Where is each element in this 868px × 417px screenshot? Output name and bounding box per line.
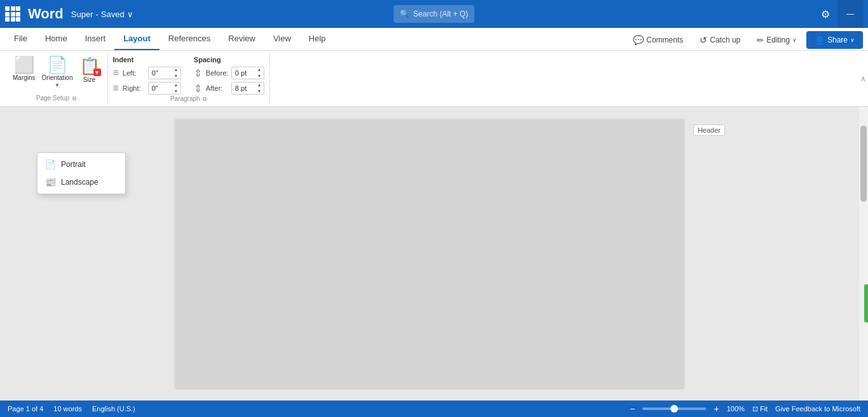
document-page: Header	[175, 119, 684, 388]
size-button[interactable]: 📋 ▼ Size	[77, 55, 102, 95]
vertical-scrollbar[interactable]	[859, 107, 868, 400]
spacing-after-spinner[interactable]: ▲ ▼	[256, 82, 262, 95]
feedback-label[interactable]: Give Feedback to Microsoft	[775, 405, 860, 413]
tab-layout[interactable]: Layout	[114, 27, 159, 50]
spacing-after-up[interactable]: ▲	[256, 82, 262, 88]
comments-button[interactable]: 💬 Comments	[626, 31, 690, 49]
catchup-label: Catch up	[710, 36, 740, 44]
page-setup-label: Page Setup ⧉	[10, 95, 102, 103]
margins-label: Margins	[13, 74, 36, 81]
page-setup-dialog-icon[interactable]: ⧉	[72, 95, 76, 102]
title-bar-right: ⚙ —	[818, 0, 863, 28]
size-dropdown-icon[interactable]: ▼	[93, 69, 101, 76]
spacing-before-icon: ⇕	[194, 67, 202, 79]
spacing-after-icon: ⇕	[194, 83, 202, 95]
size-label: Size	[83, 76, 95, 83]
document-area: Header	[0, 107, 859, 400]
zoom-track[interactable]	[642, 407, 706, 410]
doc-name: Super	[71, 10, 93, 19]
status-bar-right: − + 100% ⊡ Fit Give Feedback to Microsof…	[630, 404, 860, 414]
indent-right-row: ≡ Right: 0" ▲ ▼	[113, 81, 181, 95]
share-chevron-icon: ∨	[850, 37, 855, 43]
catchup-icon: ↺	[700, 35, 707, 45]
share-button[interactable]: 👤 Share ∨	[806, 31, 863, 49]
indent-right-up[interactable]: ▲	[173, 82, 179, 88]
page-setup-group: ⬜ Margins 📄 Orientation ▼ 📋 ▼ Size Page …	[5, 53, 108, 103]
spacing-before-input[interactable]: 0 pt ▲ ▼	[231, 67, 264, 79]
spacing-after-down[interactable]: ▼	[256, 88, 262, 95]
indent-left-label: Left:	[123, 69, 146, 77]
scrollbar-thumb[interactable]	[860, 126, 867, 202]
spacing-before-row: ⇕ Before: 0 pt ▲ ▼	[194, 66, 264, 80]
indent-left-value: 0"	[150, 69, 158, 77]
indent-right-label: Right:	[123, 84, 146, 92]
search-bar[interactable]: 🔍 Search (Alt + Q)	[393, 5, 474, 23]
margins-icon: ⬜	[14, 56, 34, 73]
zoom-thumb[interactable]	[670, 405, 678, 413]
spacing-before-value: 0 pt	[233, 69, 247, 77]
zoom-minus-button[interactable]: −	[630, 404, 635, 414]
indent-left-spinner[interactable]: ▲ ▼	[173, 67, 179, 79]
title-bar: Word Super - Saved ∨ 🔍 Search (Alt + Q) …	[0, 0, 868, 28]
saved-status: Saved	[101, 10, 125, 19]
waffle-icon[interactable]	[5, 6, 20, 22]
tab-help[interactable]: Help	[300, 27, 335, 50]
zoom-bar[interactable]	[642, 407, 706, 410]
paragraph-dialog-icon[interactable]: ⧉	[203, 96, 207, 102]
zoom-plus-button[interactable]: +	[714, 404, 719, 414]
spacing-title: Spacing	[194, 56, 264, 63]
portrait-icon: 📄	[45, 159, 56, 169]
spacing-after-label: After:	[206, 84, 229, 92]
minimize-button[interactable]: —	[837, 0, 863, 28]
editing-icon: ✏	[757, 36, 764, 45]
ribbon-toolbar: ⬜ Margins 📄 Orientation ▼ 📋 ▼ Size Page …	[0, 51, 868, 107]
landscape-option[interactable]: 📰 Landscape	[37, 173, 125, 191]
spacing-before-spinner[interactable]: ▲ ▼	[256, 67, 262, 79]
tab-view[interactable]: View	[264, 27, 300, 50]
tab-file[interactable]: File	[5, 27, 36, 50]
fit-icon: ⊡	[752, 405, 758, 413]
indent-spacing-group: Indent ≡ Left: 0" ▲ ▼ ≡ Right:	[108, 53, 270, 103]
page-count: Page 1 of 4	[8, 405, 43, 413]
size-icon-area: 📋 ▼	[79, 56, 100, 76]
portrait-label: Portrait	[61, 160, 86, 169]
spacing-before-down[interactable]: ▼	[256, 73, 262, 79]
fit-label: Fit	[760, 405, 768, 413]
orientation-button[interactable]: 📄 Orientation ▼	[39, 55, 76, 95]
landscape-label: Landscape	[61, 178, 98, 187]
ribbon-tabs: File Home Insert Layout References Revie…	[0, 28, 868, 51]
ribbon-collapse-button[interactable]: ∧	[858, 51, 868, 107]
indent-right-spinner[interactable]: ▲ ▼	[173, 82, 179, 95]
indent-left-row: ≡ Left: 0" ▲ ▼	[113, 66, 181, 80]
indent-left-up[interactable]: ▲	[173, 67, 179, 73]
margins-button[interactable]: ⬜ Margins	[10, 55, 38, 95]
settings-icon[interactable]: ⚙	[818, 6, 832, 23]
spacing-after-input[interactable]: 8 pt ▲ ▼	[231, 82, 264, 95]
spacing-before-label: Before:	[206, 69, 229, 77]
editing-chevron-icon: ∨	[792, 37, 797, 43]
editing-button[interactable]: ✏ Editing ∨	[750, 31, 804, 49]
tab-review[interactable]: Review	[219, 27, 264, 50]
tab-home[interactable]: Home	[36, 27, 76, 50]
size-dropdown-menu: 📄 Portrait 📰 Landscape	[37, 152, 126, 194]
paragraph-label-text: Paragraph	[170, 95, 200, 102]
portrait-option[interactable]: 📄 Portrait	[37, 156, 125, 173]
catchup-button[interactable]: ↺ Catch up	[693, 31, 747, 49]
spacing-before-up[interactable]: ▲	[256, 67, 262, 73]
language: English (U.S.)	[92, 405, 135, 413]
fit-button[interactable]: ⊡ Fit	[752, 405, 768, 413]
tab-references[interactable]: References	[159, 27, 219, 50]
separator: -	[96, 10, 98, 19]
orientation-chevron-icon: ▼	[55, 83, 60, 88]
tab-insert[interactable]: Insert	[76, 27, 115, 50]
indent-right-down[interactable]: ▼	[173, 88, 179, 95]
indent-right-input[interactable]: 0" ▲ ▼	[148, 82, 181, 95]
green-presence-tab	[864, 284, 868, 322]
title-chevron[interactable]: ∨	[127, 10, 133, 19]
ribbon-collapse-icon: ∧	[860, 74, 866, 83]
paragraph-label: Paragraph ⧉	[113, 95, 264, 104]
indent-left-down[interactable]: ▼	[173, 73, 179, 79]
app-name: Word	[28, 6, 64, 22]
ribbon-action-buttons: 💬 Comments ↺ Catch up ✏ Editing ∨ 👤 Shar…	[626, 31, 868, 50]
indent-left-input[interactable]: 0" ▲ ▼	[148, 67, 181, 79]
